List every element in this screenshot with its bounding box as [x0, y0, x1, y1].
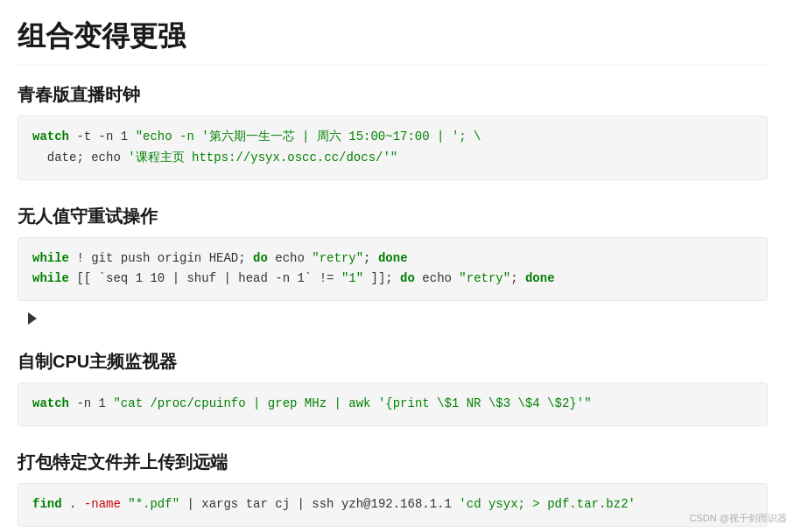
cursor-icon	[28, 312, 37, 325]
code-retry-line2: while [[ `seq 1 10 | shuf | head -n 1` !…	[32, 271, 555, 285]
section-title-cpu: 自制CPU主频监视器	[18, 350, 768, 374]
section-cpu-monitor: 自制CPU主频监视器 watch -n 1 "cat /proc/cpuinfo…	[18, 350, 768, 426]
cursor-area	[18, 310, 768, 326]
section-pack-upload: 打包特定文件并上传到远端 find . -name "*.pdf" | xarg…	[18, 451, 768, 527]
code-watch-1: watch -t -n 1 "echo -n '第六期一生一芯 | 周六 15:…	[32, 130, 481, 144]
code-block-pack: find . -name "*.pdf" | xargs tar cj | ss…	[18, 483, 768, 527]
watermark: CSDN @视千剑而识器	[690, 512, 787, 525]
section-title-pack: 打包特定文件并上传到远端	[18, 451, 768, 474]
section-retry: 无人值守重试操作 while ! git push origin HEAD; d…	[18, 205, 768, 326]
section-broadcast-clock: 青春版直播时钟 watch -t -n 1 "echo -n '第六期一生一芯 …	[18, 83, 768, 180]
main-title: 组合变得更强	[18, 18, 768, 66]
code-cpu-line1: watch -n 1 "cat /proc/cpuinfo | grep MHz…	[32, 396, 592, 410]
code-block-broadcast: watch -t -n 1 "echo -n '第六期一生一芯 | 周六 15:…	[18, 116, 768, 180]
code-block-cpu: watch -n 1 "cat /proc/cpuinfo | grep MHz…	[18, 382, 768, 426]
section-title-broadcast: 青春版直播时钟	[18, 83, 768, 107]
code-block-retry: while ! git push origin HEAD; do echo "r…	[18, 237, 768, 302]
code-pack-line1: find . -name "*.pdf" | xargs tar cj | ss…	[32, 497, 636, 511]
code-retry-line1: while ! git push origin HEAD; do echo "r…	[32, 251, 408, 265]
section-title-retry: 无人值守重试操作	[18, 205, 768, 228]
code-watch-2: date; echo '课程主页 https://ysyx.oscc.cc/do…	[32, 150, 397, 164]
